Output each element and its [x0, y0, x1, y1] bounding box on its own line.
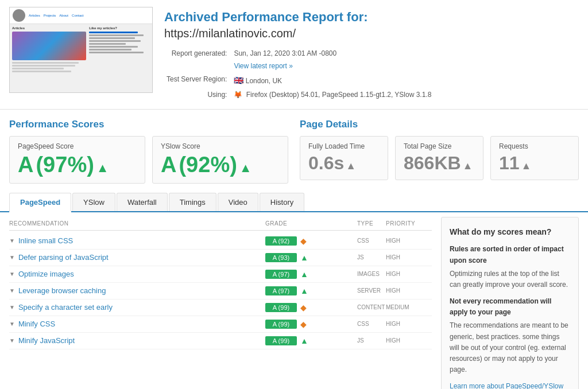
- grade-pill: A (99): [265, 320, 297, 329]
- website-preview: Articles Projects About Contact Articles: [9, 7, 153, 93]
- flag-icon: 🇬🇧: [234, 76, 243, 85]
- chevron-icon: ▼: [9, 304, 15, 310]
- region-value: 🇬🇧 London, UK: [231, 73, 434, 88]
- sidebar-section1-title: Rules are sorted in order of impact upon…: [450, 244, 570, 266]
- preview-line: [12, 62, 79, 64]
- rec-leverage-caching[interactable]: ▼ Leverage browser caching: [9, 286, 265, 295]
- preview-line: [12, 71, 71, 72]
- tab-waterfall[interactable]: Waterfall: [117, 193, 168, 211]
- type-badge: CSS: [357, 238, 386, 244]
- grade-bar: A (99) ◆: [265, 303, 357, 312]
- grade-pill: A (99): [265, 336, 297, 345]
- grade-bar: A (99) ▲: [265, 336, 357, 345]
- preview-right-line: [89, 49, 131, 50]
- grade-bar: A (92) ◆: [265, 236, 357, 246]
- page-details-title: Page Details: [300, 119, 579, 130]
- pagespeed-arrow: ▲: [96, 161, 109, 176]
- table-row: ▼ Inline small CSS A (92) ◆ CSS HIGH: [9, 233, 432, 250]
- preview-right-line: [89, 40, 141, 42]
- tabs-section: PageSpeed YSlow Waterfall Timings Video …: [0, 193, 588, 212]
- fully-loaded-value: 0.6s ▲: [308, 153, 380, 174]
- type-badge: CSS: [357, 321, 386, 327]
- sidebar-info: What do my scores mean? Rules are sorted…: [441, 217, 579, 389]
- rec-minify-js[interactable]: ▼ Minify JavaScript: [9, 336, 265, 345]
- type-badge: SERVER: [357, 287, 386, 294]
- table-row: ▼ Defer parsing of JavaScript A (93) ▲ J…: [9, 250, 432, 266]
- col-priority: Priority: [386, 220, 432, 227]
- type-badge: CONTENT: [357, 304, 386, 310]
- preview-avatar: [13, 9, 25, 22]
- preview-line: [12, 65, 75, 67]
- tab-pagespeed[interactable]: PageSpeed: [9, 193, 71, 212]
- tab-video[interactable]: Video: [218, 193, 258, 211]
- requests-value: 11 ▲: [499, 153, 570, 174]
- score-cards: PageSpeed Score A (97%) ▲ YSlow Score A …: [9, 136, 288, 184]
- report-meta: Report generated: Sun, Jan 12, 2020 3:01…: [164, 47, 579, 102]
- preview-article-title: Articles: [12, 26, 86, 30]
- grade-bar: A (97) ▲: [265, 270, 357, 279]
- grade-pill: A (97): [265, 286, 297, 295]
- report-info: Archived Performance Report for: https:/…: [164, 7, 579, 102]
- priority-badge: HIGH: [386, 238, 432, 244]
- preview-right-title: Like my articles?: [89, 26, 150, 30]
- tab-yslow[interactable]: YSlow: [72, 193, 115, 211]
- chevron-icon: ▼: [9, 254, 15, 260]
- rec-defer-js[interactable]: ▼ Defer parsing of JavaScript: [9, 253, 265, 262]
- report-title: Archived Performance Report for:: [164, 10, 579, 25]
- rec-minify-css[interactable]: ▼ Minify CSS: [9, 320, 265, 328]
- chevron-icon: ▼: [9, 337, 15, 344]
- preview-right-line: [89, 46, 138, 48]
- priority-badge: HIGH: [386, 287, 432, 294]
- col-grade: Grade: [265, 220, 357, 227]
- sidebar-section1-text: Optimizing rules at the top of the list …: [450, 269, 570, 290]
- arrow-up-icon: ▲: [300, 253, 308, 262]
- grade-pill: A (97): [265, 270, 297, 279]
- chevron-icon: ▼: [9, 271, 15, 277]
- page-size-label: Total Page Size: [404, 142, 475, 150]
- rec-charset[interactable]: ▼ Specify a character set early: [9, 303, 265, 312]
- sidebar-title: What do my scores mean?: [450, 225, 570, 238]
- preview-nav-link: Contact: [72, 14, 84, 17]
- table-row: ▼ Optimize images A (97) ▲ IMAGES HIGH: [9, 266, 432, 283]
- preview-right-line: [89, 43, 125, 45]
- rec-optimize-images[interactable]: ▼ Optimize images: [9, 270, 265, 278]
- preview-nav-link: About: [59, 14, 68, 17]
- using-label: Using:: [164, 88, 231, 102]
- chevron-icon: ▼: [9, 321, 15, 327]
- requests-arrow: ▲: [521, 160, 532, 172]
- performance-scores: Performance Scores PageSpeed Score A (97…: [9, 119, 300, 184]
- arrow-up-icon: ▲: [300, 336, 308, 345]
- yslow-card: YSlow Score A (92%) ▲: [152, 136, 288, 184]
- diamond-icon: ◆: [300, 320, 307, 329]
- preview-nav: Articles Projects About Contact: [29, 14, 84, 17]
- requests-card: Requests 11 ▲: [490, 136, 579, 180]
- priority-badge: HIGH: [386, 271, 432, 277]
- grade-pill: A (92): [265, 236, 297, 246]
- sidebar-learn-more-link[interactable]: Learn more about PageSpeed/YSlow scores …: [450, 381, 570, 389]
- yslow-label: YSlow Score: [161, 142, 280, 150]
- scores-section: Performance Scores PageSpeed Score A (97…: [0, 110, 588, 188]
- grade-pill: A (99): [265, 303, 297, 312]
- yslow-arrow: ▲: [239, 161, 252, 176]
- page-size-card: Total Page Size 866KB ▲: [395, 136, 483, 180]
- page-size-arrow: ▲: [463, 160, 473, 172]
- rec-inline-css[interactable]: ▼ Inline small CSS: [9, 236, 265, 245]
- yslow-value: A (92%) ▲: [161, 153, 280, 177]
- preview-right-line: [89, 32, 138, 33]
- fully-loaded-card: Fully Loaded Time 0.6s ▲: [300, 136, 388, 180]
- tab-timings[interactable]: Timings: [169, 193, 216, 211]
- report-url: https://milanlatinovic.com/: [164, 27, 579, 40]
- preview-nav-link: Articles: [29, 14, 40, 17]
- main-content: Recommendation Grade Type Priority ▼ Inl…: [0, 212, 588, 389]
- grade-bar: A (93) ▲: [265, 253, 357, 262]
- performance-scores-title: Performance Scores: [9, 119, 288, 130]
- table-header: Recommendation Grade Type Priority: [9, 217, 432, 231]
- col-type: Type: [357, 220, 386, 227]
- diamond-icon: ◆: [300, 236, 307, 246]
- sidebar-section2-title: Not every recommendation will apply to y…: [450, 296, 570, 318]
- page-detail-cards: Fully Loaded Time 0.6s ▲ Total Page Size…: [300, 136, 579, 180]
- tab-history[interactable]: History: [260, 193, 304, 211]
- latest-report-link[interactable]: View latest report »: [234, 62, 293, 70]
- preview-right-line: [89, 52, 144, 53]
- table-row: ▼ Minify CSS A (99) ◆ CSS HIGH: [9, 316, 432, 333]
